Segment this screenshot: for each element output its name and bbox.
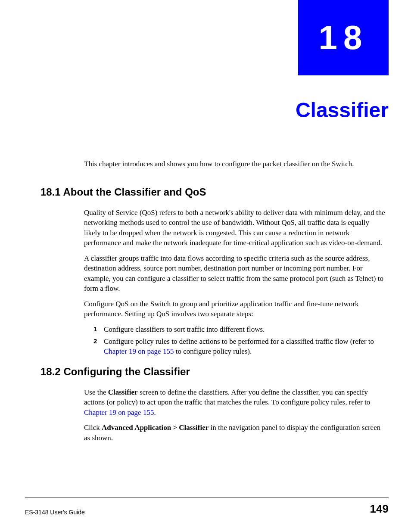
section-18-2: 18.2 Configuring the Classifier Use the … <box>40 366 387 448</box>
text-part: Use the <box>84 388 108 396</box>
page-footer: ES-3148 User's Guide 149 <box>25 498 389 516</box>
section-18-1: 18.1 About the Classifier and QoS Qualit… <box>40 186 387 359</box>
section-heading-18-1: 18.1 About the Classifier and QoS <box>40 186 387 198</box>
text-part: Click <box>84 423 102 432</box>
list-number: 2 <box>93 336 101 357</box>
text-part: . <box>154 408 156 417</box>
chapter-number-box: 18 <box>298 0 389 75</box>
bold-text: Classifier <box>108 388 138 396</box>
list-item: 2 Configure policy rules to define actio… <box>93 336 387 357</box>
cross-reference-link[interactable]: Chapter 19 on page 155 <box>104 347 174 355</box>
body-paragraph: Quality of Service (QoS) refers to both … <box>84 208 387 248</box>
chapter-number: 18 <box>319 18 368 57</box>
footer-guide-title: ES-3148 User's Guide <box>25 509 85 516</box>
footer-page-number: 149 <box>370 502 389 516</box>
list-text-part: Configure policy rules to define actions… <box>104 337 374 345</box>
section-heading-18-2: 18.2 Configuring the Classifier <box>40 366 387 378</box>
cross-reference-link[interactable]: Chapter 19 on page 155 <box>84 408 154 417</box>
chapter-intro: This chapter introduces and shows you ho… <box>84 159 387 169</box>
chapter-title: Classifier <box>296 98 389 122</box>
body-paragraph: Use the Classifier screen to define the … <box>84 387 387 417</box>
list-text-part: to configure policy rules). <box>174 347 252 355</box>
body-paragraph: A classifier groups traffic into data fl… <box>84 253 387 294</box>
bold-text: Advanced Application > Classifier <box>102 423 209 432</box>
list-text: Configure policy rules to define actions… <box>104 336 387 357</box>
list-number: 1 <box>93 324 101 334</box>
body-paragraph: Click Advanced Application > Classifier … <box>84 423 387 443</box>
body-paragraph: Configure QoS on the Switch to group and… <box>84 299 387 319</box>
list-item: 1 Configure classifiers to sort traffic … <box>93 324 387 334</box>
steps-list: 1 Configure classifiers to sort traffic … <box>93 324 387 357</box>
list-text: Configure classifiers to sort traffic in… <box>104 324 387 334</box>
